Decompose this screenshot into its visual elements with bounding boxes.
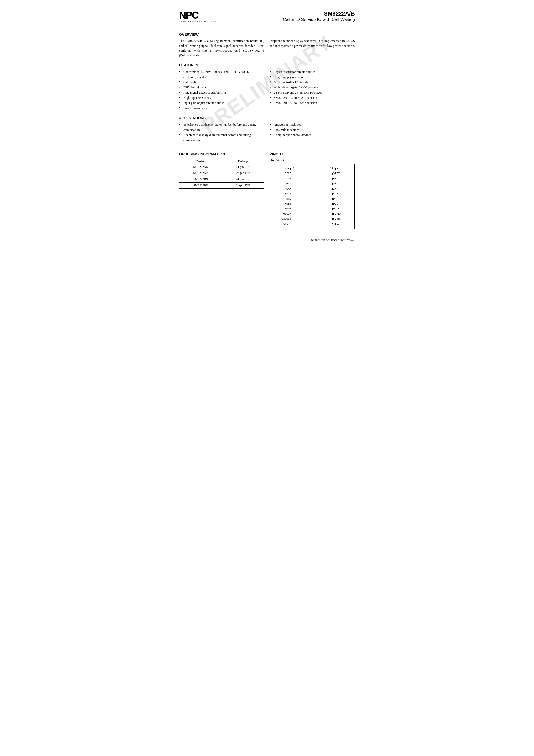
page-header: NPC NIPPON PRECISION CIRCUITS INC. SM822… (179, 10, 355, 26)
features-right-list: Crystal oscillator circuit built-inSingl… (270, 69, 355, 111)
table-cell: SM8222AS (179, 164, 222, 170)
table-row: SM8222AP24-pin DIP (179, 170, 264, 176)
list-item: Input gain adjust circuit built-in (179, 100, 264, 105)
list-item: Call waiting (179, 80, 264, 85)
list-item: High input sensitivity (179, 95, 264, 100)
part-subtitle: Caller ID Service IC with Call Waiting (283, 17, 355, 22)
pin-square (292, 188, 294, 190)
applications-content: Telephones that display dialer number be… (179, 122, 355, 143)
ordering-col-device: Device (179, 158, 222, 164)
pin-row: CAPINT (271, 186, 353, 191)
part-number: SM8222A/B (283, 10, 355, 17)
pin-square (334, 168, 336, 170)
pinout-section: PINOUT (Top View) TIP124VDDRINGSTGTGSEST… (270, 147, 355, 229)
pin-square (292, 218, 294, 220)
list-item: Crystal oscillator circuit built-in (270, 69, 355, 74)
overview-content: The SM8222A/B is a calling number identi… (179, 39, 355, 58)
pin-square (331, 173, 333, 175)
pin-row: RINGSTGT (271, 171, 353, 176)
ordering-col-package: Package (222, 158, 264, 164)
pin-square (331, 193, 333, 195)
pin-row: GND1213IC (271, 222, 353, 227)
list-item: Adapters to display dialer number before… (179, 132, 264, 143)
pin-square (331, 203, 333, 205)
list-item: Single supply operation (270, 74, 355, 80)
pin-row: TIP124VDD (271, 166, 353, 171)
pinout-diagram: TIP124VDDRINGSTGTGSESTAGNDSTDCAPINTRDINC… (270, 164, 355, 229)
overview-title: OVERVIEW (179, 32, 355, 37)
pin-row: AGNDSTD (271, 181, 353, 186)
list-item: Power-down mode (179, 105, 264, 111)
footer-text: NIPPON PRECISION CIRCUITS—1 (311, 239, 355, 242)
ordering-table: Device Package SM8222AS24-pin SOPSM8222A… (179, 158, 264, 189)
list-item: Computer peripheral devices (270, 132, 355, 138)
pin-row: RDRCDR (271, 197, 353, 202)
features-content: Conforms to TR-NWT-000030 and SR-TSV-002… (179, 69, 355, 111)
list-item: FSK demodulator (179, 85, 264, 90)
pin-row: MODEDCLK (271, 206, 353, 211)
pin-square (292, 183, 294, 185)
overview-text-left: The SM8222A/B is a calling number identi… (179, 39, 264, 58)
npc-logo: NPC (179, 10, 198, 20)
features-title: FEATURES (179, 63, 355, 67)
table-row: SM8222BS24-pin SOP (179, 176, 264, 182)
features-left-list: Conforms to TR-NWT-000030 and SR-TSV-002… (179, 69, 264, 111)
table-cell: 24-pin SOP (222, 164, 264, 170)
list-item: Ring signal detect circuit built-in (179, 90, 264, 95)
overview-text-right: telephone number display standards. It i… (270, 39, 355, 58)
table-cell: SM8222BS (179, 176, 222, 182)
ordering-title: ORDERING INFORMATION (179, 152, 264, 156)
pin-square (331, 218, 333, 220)
list-item: SM8222B : 4.5 to 5.5V operation (270, 100, 355, 105)
list-item: Molybdenum-gate CMOS process (270, 85, 355, 90)
pin-square (290, 168, 292, 170)
pin-row: RDINCDET (271, 191, 353, 196)
pin-square (292, 198, 294, 200)
pin-square (331, 213, 333, 215)
list-item: Microcontroller I/O interface (270, 80, 355, 85)
npc-subtext: NIPPON PRECISION CIRCUITS INC. (179, 21, 217, 22)
pin-row: OSCINFSKEN (271, 211, 353, 216)
title-area: SM8222A/B Caller ID Service IC with Call… (283, 10, 355, 22)
pin-square (292, 178, 294, 180)
ordering-section: ORDERING INFORMATION Device Package SM82… (179, 147, 264, 229)
list-item: Facsimile machines (270, 127, 355, 132)
pin-square (334, 223, 336, 225)
table-cell: 24-pin DIP (222, 182, 264, 189)
pin-row: RDETDOUT (271, 202, 353, 206)
applications-title: APPLICATIONS (179, 116, 355, 120)
pin-row: OSCOUTPDWN (271, 216, 353, 221)
page-footer: NIPPON PRECISION CIRCUITS—1 (179, 237, 355, 242)
pin-row: GSEST (271, 176, 353, 181)
table-row: SM8222BP24-pin DIP (179, 182, 264, 189)
table-cell: SM8222AP (179, 170, 222, 176)
pin-square (331, 208, 333, 210)
table-cell: 24-pin DIP (222, 170, 264, 176)
list-item: Telephones that display dialer number be… (179, 122, 264, 132)
pin-square (292, 208, 294, 210)
pin-square (292, 203, 294, 205)
pin-square (331, 198, 333, 200)
list-item: 24-pin SOP and 24-pin DIP packages (270, 90, 355, 95)
pin-square (331, 188, 333, 190)
table-row: SM8222AS24-pin SOP (179, 164, 264, 170)
pin-square (292, 213, 294, 215)
list-item: Conforms to TR-NWT-000030 and SR-TSV-002… (179, 69, 264, 80)
pinout-view-label: (Top View) (270, 158, 355, 162)
pin-square (289, 223, 291, 225)
bottom-grid: ORDERING INFORMATION Device Package SM82… (179, 147, 355, 229)
list-item: SM8222A : 2.7 to 3.3V operation (270, 95, 355, 100)
logo-area: NPC NIPPON PRECISION CIRCUITS INC. (179, 10, 217, 22)
pin-square (331, 183, 333, 185)
pin-square (292, 193, 294, 195)
list-item: Answering machines (270, 122, 355, 127)
pinout-title: PINOUT (270, 152, 355, 156)
table-cell: SM8222BP (179, 182, 222, 189)
pin-square (292, 173, 294, 175)
table-cell: 24-pin SOP (222, 176, 264, 182)
applications-right-list: Answering machinesFacsimile machinesComp… (270, 122, 355, 143)
applications-left-list: Telephones that display dialer number be… (179, 122, 264, 143)
pin-square (331, 178, 333, 180)
